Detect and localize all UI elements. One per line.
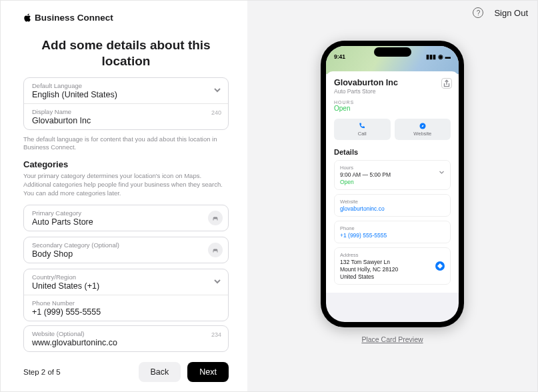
preview-call-button: Call — [334, 119, 391, 140]
preview-hours-row: Hours 9:00 AM — 5:00 PM Open — [334, 160, 451, 190]
chevron-down-icon — [213, 276, 221, 288]
preview-address-row: Address 132 Tom Sawyer Ln Mount Holly, N… — [334, 247, 451, 285]
wifi-icon: ◉ — [438, 53, 443, 60]
preview-phone-row: Phone +1 (999) 555-5555 — [334, 221, 451, 243]
language-display-group: Default Language English (United States)… — [23, 77, 229, 130]
phone-preview: 9:41 ▮▮▮ ◉ ▬ Glovaburton Inc Auto Parts … — [321, 41, 464, 327]
details-heading: Details — [334, 148, 451, 156]
categories-heading: Categories — [23, 159, 229, 169]
share-icon — [441, 78, 452, 89]
preview-caption[interactable]: Place Card Preview — [361, 335, 423, 343]
contact-group: Country/Region United States (+1) Phone … — [23, 269, 229, 321]
back-button[interactable]: Back — [139, 362, 181, 382]
signal-icon: ▮▮▮ — [426, 53, 436, 60]
open-status: Open — [334, 105, 451, 112]
secondary-category-select[interactable]: Secondary Category (Optional) Body Shop — [23, 237, 229, 263]
phone-input[interactable]: Phone Number +1 (999) 555-5555 — [24, 295, 228, 321]
preview-business-name: Glovaburton Inc — [334, 78, 451, 87]
preview-website-button: Website — [395, 119, 451, 140]
categories-desc: Your primary category determines your lo… — [23, 172, 229, 197]
country-select[interactable]: Country/Region United States (+1) — [24, 269, 228, 295]
battery-icon: ▬ — [445, 53, 451, 60]
apple-icon — [23, 13, 32, 22]
chevron-down-icon — [213, 85, 221, 97]
preview-business-category: Auto Parts Store — [334, 88, 451, 95]
brand: Business Connect — [23, 13, 229, 23]
phone-icon — [358, 122, 366, 130]
display-name-input[interactable]: Display Name Glovaburton Inc 240 — [24, 103, 228, 129]
sign-out-link[interactable]: Sign Out — [494, 8, 528, 18]
directions-icon — [435, 261, 445, 271]
primary-category-select[interactable]: Primary Category Auto Parts Store — [23, 205, 229, 231]
help-icon[interactable]: ? — [473, 7, 483, 18]
char-count: 234 — [211, 331, 221, 338]
website-input[interactable]: Website (Optional) www.glovaburtoninc.co… — [23, 325, 229, 352]
preview-website-row: Website glovaburtoninc.co — [334, 194, 451, 217]
compass-icon — [419, 122, 427, 130]
hours-label: HOURS — [334, 100, 451, 105]
chevron-down-icon — [439, 166, 445, 178]
language-select[interactable]: Default Language English (United States) — [24, 78, 228, 103]
step-indicator: Step 2 of 5 — [23, 368, 61, 376]
page-title: Add some details about this location — [38, 37, 214, 69]
car-icon — [208, 211, 223, 225]
car-icon — [208, 243, 223, 257]
char-count: 240 — [211, 109, 221, 116]
phone-notch — [374, 47, 411, 57]
language-note: The default language is for content that… — [23, 135, 229, 152]
next-button[interactable]: Next — [187, 362, 229, 382]
